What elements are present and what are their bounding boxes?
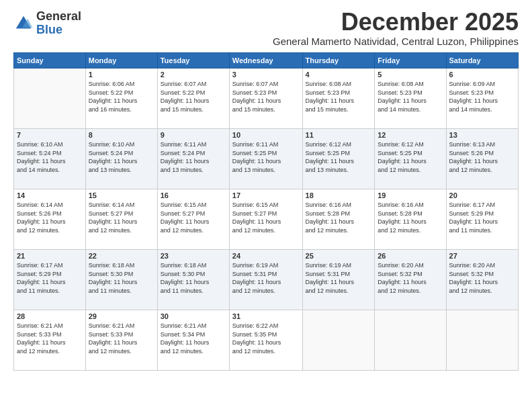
table-row: 7Sunrise: 6:10 AM Sunset: 5:24 PM Daylig… <box>14 129 86 189</box>
day-number: 7 <box>17 131 83 139</box>
table-row: 21Sunrise: 6:17 AM Sunset: 5:29 PM Dayli… <box>14 250 86 310</box>
table-row: 31Sunrise: 6:22 AM Sunset: 5:35 PM Dayli… <box>229 310 302 371</box>
day-number: 2 <box>161 71 226 79</box>
table-row: 13Sunrise: 6:13 AM Sunset: 5:26 PM Dayli… <box>446 129 518 189</box>
day-number: 24 <box>232 252 300 260</box>
table-row: 11Sunrise: 6:12 AM Sunset: 5:25 PM Dayli… <box>302 129 375 189</box>
col-wednesday: Wednesday <box>229 53 302 68</box>
logo-icon <box>13 13 34 34</box>
day-info: Sunrise: 6:16 AM Sunset: 5:28 PM Dayligh… <box>306 201 372 234</box>
day-number: 18 <box>306 191 372 199</box>
table-row: 8Sunrise: 6:10 AM Sunset: 5:24 PM Daylig… <box>85 129 157 189</box>
day-info: Sunrise: 6:10 AM Sunset: 5:24 PM Dayligh… <box>89 140 154 174</box>
table-row: 19Sunrise: 6:16 AM Sunset: 5:28 PM Dayli… <box>375 189 446 250</box>
day-info: Sunrise: 6:19 AM Sunset: 5:31 PM Dayligh… <box>232 261 300 295</box>
day-number: 3 <box>232 71 300 79</box>
day-number: 6 <box>449 71 515 79</box>
table-row: 2Sunrise: 6:07 AM Sunset: 5:22 PM Daylig… <box>157 68 229 129</box>
table-row: 6Sunrise: 6:09 AM Sunset: 5:23 PM Daylig… <box>446 68 518 129</box>
day-number: 30 <box>161 312 226 320</box>
col-friday: Friday <box>375 53 446 68</box>
day-info: Sunrise: 6:18 AM Sunset: 5:30 PM Dayligh… <box>89 261 154 295</box>
logo-general-text: General <box>36 10 81 24</box>
day-number: 17 <box>232 191 300 199</box>
day-info: Sunrise: 6:13 AM Sunset: 5:26 PM Dayligh… <box>449 140 515 174</box>
calendar-table: Sunday Monday Tuesday Wednesday Thursday… <box>13 52 519 371</box>
day-info: Sunrise: 6:18 AM Sunset: 5:30 PM Dayligh… <box>161 261 226 295</box>
day-info: Sunrise: 6:14 AM Sunset: 5:26 PM Dayligh… <box>17 201 83 234</box>
day-info: Sunrise: 6:06 AM Sunset: 5:22 PM Dayligh… <box>89 80 154 113</box>
table-row: 16Sunrise: 6:15 AM Sunset: 5:27 PM Dayli… <box>157 189 229 250</box>
day-number: 10 <box>232 131 300 139</box>
day-info: Sunrise: 6:12 AM Sunset: 5:25 PM Dayligh… <box>306 140 372 174</box>
table-row: 4Sunrise: 6:08 AM Sunset: 5:23 PM Daylig… <box>302 68 375 129</box>
day-number: 22 <box>89 252 154 260</box>
table-row: 23Sunrise: 6:18 AM Sunset: 5:30 PM Dayli… <box>157 250 229 310</box>
day-number: 14 <box>17 191 83 199</box>
day-number: 28 <box>17 312 83 320</box>
day-number: 27 <box>449 252 515 260</box>
day-info: Sunrise: 6:15 AM Sunset: 5:27 PM Dayligh… <box>232 201 300 234</box>
calendar-week-row: 1Sunrise: 6:06 AM Sunset: 5:22 PM Daylig… <box>14 68 519 129</box>
col-thursday: Thursday <box>302 53 375 68</box>
table-row: 26Sunrise: 6:20 AM Sunset: 5:32 PM Dayli… <box>375 250 446 310</box>
location-title: General Mamerto Natividad, Central Luzon… <box>273 36 519 47</box>
day-number: 25 <box>306 252 372 260</box>
day-info: Sunrise: 6:17 AM Sunset: 5:29 PM Dayligh… <box>449 201 515 234</box>
day-info: Sunrise: 6:12 AM Sunset: 5:25 PM Dayligh… <box>378 140 443 174</box>
table-row <box>375 310 446 371</box>
table-row: 25Sunrise: 6:19 AM Sunset: 5:31 PM Dayli… <box>302 250 375 310</box>
table-row: 14Sunrise: 6:14 AM Sunset: 5:26 PM Dayli… <box>14 189 86 250</box>
day-info: Sunrise: 6:20 AM Sunset: 5:32 PM Dayligh… <box>449 261 515 295</box>
table-row: 15Sunrise: 6:14 AM Sunset: 5:27 PM Dayli… <box>85 189 157 250</box>
page: General Blue December 2025 General Mamer… <box>0 0 532 411</box>
table-row: 3Sunrise: 6:07 AM Sunset: 5:23 PM Daylig… <box>229 68 302 129</box>
table-row: 18Sunrise: 6:16 AM Sunset: 5:28 PM Dayli… <box>302 189 375 250</box>
day-info: Sunrise: 6:16 AM Sunset: 5:28 PM Dayligh… <box>378 201 443 234</box>
calendar-week-row: 28Sunrise: 6:21 AM Sunset: 5:33 PM Dayli… <box>14 310 519 371</box>
day-number: 4 <box>306 71 372 79</box>
day-number: 9 <box>161 131 226 139</box>
table-row <box>302 310 375 371</box>
day-info: Sunrise: 6:08 AM Sunset: 5:23 PM Dayligh… <box>378 80 443 113</box>
logo: General Blue <box>13 10 81 37</box>
col-saturday: Saturday <box>446 53 518 68</box>
day-number: 16 <box>161 191 226 199</box>
calendar-week-row: 14Sunrise: 6:14 AM Sunset: 5:26 PM Dayli… <box>14 189 519 250</box>
day-number: 8 <box>89 131 154 139</box>
day-info: Sunrise: 6:21 AM Sunset: 5:33 PM Dayligh… <box>17 322 83 355</box>
day-info: Sunrise: 6:09 AM Sunset: 5:23 PM Dayligh… <box>449 80 515 113</box>
col-tuesday: Tuesday <box>157 53 229 68</box>
day-number: 31 <box>232 312 300 320</box>
calendar-week-row: 7Sunrise: 6:10 AM Sunset: 5:24 PM Daylig… <box>14 129 519 189</box>
day-info: Sunrise: 6:07 AM Sunset: 5:22 PM Dayligh… <box>161 80 226 113</box>
day-info: Sunrise: 6:08 AM Sunset: 5:23 PM Dayligh… <box>306 80 372 113</box>
day-info: Sunrise: 6:19 AM Sunset: 5:31 PM Dayligh… <box>306 261 372 295</box>
day-number: 23 <box>161 252 226 260</box>
logo-blue-text: Blue <box>36 24 81 37</box>
day-number: 11 <box>306 131 372 139</box>
day-number: 12 <box>378 131 443 139</box>
day-info: Sunrise: 6:22 AM Sunset: 5:35 PM Dayligh… <box>232 322 300 355</box>
day-info: Sunrise: 6:14 AM Sunset: 5:27 PM Dayligh… <box>89 201 154 234</box>
day-number: 15 <box>89 191 154 199</box>
day-info: Sunrise: 6:11 AM Sunset: 5:25 PM Dayligh… <box>232 140 300 174</box>
month-title: December 2025 <box>273 10 519 34</box>
table-row: 27Sunrise: 6:20 AM Sunset: 5:32 PM Dayli… <box>446 250 518 310</box>
table-row: 28Sunrise: 6:21 AM Sunset: 5:33 PM Dayli… <box>14 310 86 371</box>
table-row: 12Sunrise: 6:12 AM Sunset: 5:25 PM Dayli… <box>375 129 446 189</box>
calendar-header-row: Sunday Monday Tuesday Wednesday Thursday… <box>14 53 519 68</box>
day-number: 29 <box>89 312 154 320</box>
table-row: 1Sunrise: 6:06 AM Sunset: 5:22 PM Daylig… <box>85 68 157 129</box>
col-monday: Monday <box>85 53 157 68</box>
day-info: Sunrise: 6:15 AM Sunset: 5:27 PM Dayligh… <box>161 201 226 234</box>
day-number: 21 <box>17 252 83 260</box>
calendar-week-row: 21Sunrise: 6:17 AM Sunset: 5:29 PM Dayli… <box>14 250 519 310</box>
day-number: 19 <box>378 191 443 199</box>
day-number: 13 <box>449 131 515 139</box>
table-row: 9Sunrise: 6:11 AM Sunset: 5:24 PM Daylig… <box>157 129 229 189</box>
day-number: 26 <box>378 252 443 260</box>
table-row: 29Sunrise: 6:21 AM Sunset: 5:33 PM Dayli… <box>85 310 157 371</box>
day-info: Sunrise: 6:07 AM Sunset: 5:23 PM Dayligh… <box>232 80 300 113</box>
day-info: Sunrise: 6:20 AM Sunset: 5:32 PM Dayligh… <box>378 261 443 295</box>
